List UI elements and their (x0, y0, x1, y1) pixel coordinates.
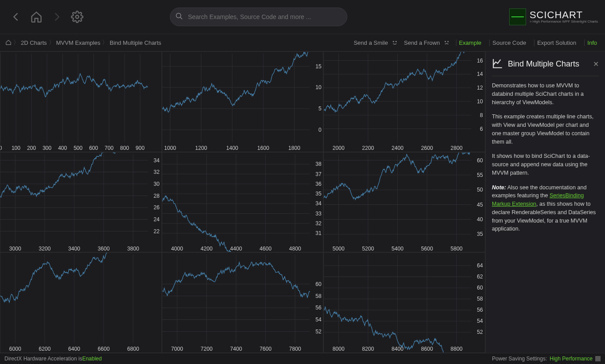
settings-button[interactable] (68, 8, 86, 26)
svg-text:7200: 7200 (200, 346, 212, 352)
svg-text:6800: 6800 (127, 346, 139, 352)
svg-text:7000: 7000 (171, 346, 183, 352)
svg-text:1200: 1200 (195, 145, 207, 151)
svg-text:26: 26 (153, 204, 160, 211)
send-smile-button[interactable]: Send a Smile (354, 39, 398, 47)
svg-text:8000: 8000 (333, 346, 345, 352)
info-p2: This example creates multiple line chart… (492, 113, 599, 146)
breadcrumb-item-0[interactable]: 2D Charts (21, 39, 47, 46)
chevron-right-icon: 〉 (13, 39, 19, 47)
status-bar: DirectX Hardware Acceleration is Enabled… (0, 353, 605, 364)
svg-text:64: 64 (477, 262, 483, 269)
svg-text:700: 700 (105, 145, 114, 151)
svg-text:200: 200 (27, 145, 36, 151)
svg-text:45: 45 (477, 201, 483, 207)
svg-text:3800: 3800 (127, 245, 139, 251)
logo-brand: SCICHART (530, 10, 598, 20)
svg-text:56: 56 (477, 307, 483, 313)
tab-source-code[interactable]: Source Code (489, 39, 529, 46)
svg-text:5200: 5200 (362, 245, 374, 251)
chart-7[interactable]: 700072007400760078005254565860 (162, 252, 324, 353)
svg-point-4 (445, 41, 446, 42)
svg-text:52: 52 (477, 329, 483, 336)
send-frown-button[interactable]: Send a Frown (404, 39, 451, 47)
svg-text:100: 100 (12, 145, 20, 151)
svg-text:62: 62 (477, 274, 483, 280)
svg-text:6600: 6600 (98, 346, 110, 352)
tab-info[interactable]: Info (584, 39, 600, 46)
info-p1: Demonstrates how to use MVVM to databind… (492, 82, 599, 106)
chart-0[interactable]: 0100200300400500600700800900 (0, 51, 162, 152)
accel-state: Enabled (82, 356, 102, 362)
svg-point-0 (76, 16, 79, 19)
svg-text:1400: 1400 (226, 145, 238, 151)
svg-text:7400: 7400 (230, 346, 242, 352)
breadcrumb-item-1[interactable]: MVVM Examples (56, 39, 101, 46)
power-settings-button[interactable] (595, 356, 601, 361)
breadcrumb-home[interactable] (5, 39, 12, 46)
home-button[interactable] (28, 8, 45, 26)
svg-text:10: 10 (315, 84, 322, 90)
logo-tagline: > High Performance WPF Silverlight Chart… (530, 20, 598, 23)
svg-text:34: 34 (315, 200, 322, 207)
info-body: Demonstrates how to use MVVM to databind… (492, 82, 599, 233)
svg-text:900: 900 (136, 145, 145, 151)
chart-3[interactable]: 3000320034003600380022242628303234 (0, 152, 162, 253)
logo-icon (509, 8, 526, 25)
svg-text:31: 31 (315, 230, 322, 236)
svg-text:58: 58 (315, 293, 322, 299)
svg-text:8: 8 (480, 112, 483, 118)
svg-text:3600: 3600 (98, 245, 110, 251)
tab-example[interactable]: Example (456, 39, 484, 46)
breadcrumb-item-2[interactable]: Bind Multiple Charts (110, 39, 161, 46)
svg-text:6200: 6200 (39, 346, 51, 352)
chart-5[interactable]: 50005200540056005800354045505560 (323, 152, 485, 253)
svg-text:1600: 1600 (257, 145, 269, 151)
svg-text:35: 35 (477, 231, 483, 237)
svg-text:4200: 4200 (200, 245, 212, 251)
close-button[interactable]: ✕ (593, 60, 599, 68)
info-p4: Note: Also see the documentation and exa… (492, 184, 599, 234)
svg-text:16: 16 (477, 57, 483, 63)
info-panel-title: Bind Multiple Charts (508, 59, 579, 69)
svg-text:54: 54 (315, 317, 322, 323)
svg-point-1 (176, 13, 181, 18)
svg-text:5600: 5600 (421, 245, 433, 251)
svg-text:4400: 4400 (230, 245, 242, 251)
svg-text:8200: 8200 (362, 346, 374, 352)
svg-text:54: 54 (477, 318, 483, 325)
power-label: Power Saving Settings: (492, 356, 547, 362)
chart-2[interactable]: 200022002400260028006810121416 (323, 51, 485, 152)
svg-text:600: 600 (89, 145, 98, 151)
svg-text:7800: 7800 (289, 346, 301, 352)
svg-text:35: 35 (315, 191, 322, 197)
svg-text:2600: 2600 (421, 145, 433, 151)
svg-text:33: 33 (315, 210, 322, 216)
svg-text:34: 34 (153, 157, 160, 163)
svg-text:40: 40 (477, 216, 483, 223)
main-toolbar: SCICHART > High Performance WPF Silverli… (0, 0, 605, 34)
svg-text:50: 50 (477, 187, 483, 193)
chart-6[interactable]: 60006200640066006800 (0, 252, 162, 353)
svg-text:58: 58 (477, 296, 483, 302)
svg-text:1000: 1000 (164, 145, 176, 151)
search-input[interactable] (170, 8, 347, 26)
svg-text:800: 800 (120, 145, 129, 151)
svg-text:3200: 3200 (39, 245, 51, 251)
chart-8[interactable]: 8000820084008600880052545658606264 (323, 252, 485, 353)
chart-1[interactable]: 10001200140016001800051015 (162, 51, 324, 152)
tab-export-solution[interactable]: Export Solution (534, 39, 579, 46)
svg-text:14: 14 (477, 71, 483, 77)
svg-text:32: 32 (153, 169, 160, 175)
svg-text:5: 5 (318, 106, 322, 112)
back-button[interactable] (7, 8, 25, 26)
forward-button[interactable] (48, 8, 66, 26)
svg-text:300: 300 (43, 145, 51, 151)
power-state: High Performance (550, 356, 593, 362)
accel-label: DirectX Hardware Acceleration is (4, 356, 82, 362)
chart-grid: 0100200300400500600700800900100012001400… (0, 51, 485, 353)
svg-text:37: 37 (315, 171, 322, 177)
chart-4[interactable]: 400042004400460048003132333435363738 (162, 152, 324, 253)
svg-text:0: 0 (318, 127, 322, 133)
search-icon (175, 12, 183, 22)
